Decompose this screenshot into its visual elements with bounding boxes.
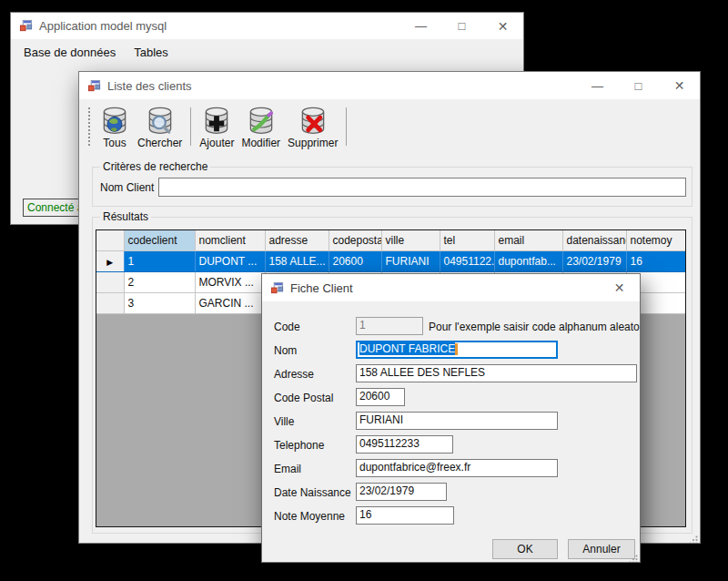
nom-input[interactable]: DUPONT FABRICE xyxy=(356,341,558,359)
winforms-app-icon xyxy=(87,79,101,93)
nom-client-search-input[interactable] xyxy=(158,178,686,197)
row-selector-cell[interactable]: ▶ xyxy=(96,250,124,271)
app-window-titlebar[interactable]: Application model mysql — □ ✕ xyxy=(11,13,523,39)
fiche-client-dialog: Fiche Client ✕ Code1Pour l'exemple saisi… xyxy=(261,273,641,563)
field-label-code: Code xyxy=(274,321,300,333)
close-icon[interactable]: ✕ xyxy=(599,274,640,301)
app-window-title: Application model mysql xyxy=(39,19,167,33)
code-hint-text: Pour l'exemple saisir code alphanum alea… xyxy=(429,321,641,333)
app-menubar: Base de donnéesTables xyxy=(11,39,523,65)
winforms-app-icon xyxy=(19,19,33,33)
resize-grip-icon[interactable] xyxy=(629,551,638,560)
selected-text: DUPONT FABRICE xyxy=(359,342,455,355)
database-globe-icon xyxy=(99,106,130,136)
grid-cell[interactable]: GARCIN ... xyxy=(195,292,265,313)
grid-corner-cell[interactable] xyxy=(96,230,124,250)
table-row[interactable]: ▶1DUPONT ...158 ALLE...20600FURIANI04951… xyxy=(96,250,686,271)
note-moyenne-input[interactable]: 16 xyxy=(356,506,454,525)
grid-column-header-ville[interactable]: ville xyxy=(381,230,440,250)
search-group-title: Critères de recherche xyxy=(100,160,210,173)
field-label-ville: Ville xyxy=(274,415,294,428)
results-group-title: Résultats xyxy=(100,210,151,223)
desktop: Application model mysql — □ ✕ Base de do… xyxy=(0,0,728,581)
winforms-app-icon xyxy=(270,281,284,295)
grid-cell[interactable]: 20600 xyxy=(329,250,381,271)
telephone-input[interactable]: 0495112233 xyxy=(356,435,453,454)
code-input[interactable]: 1 xyxy=(356,317,423,335)
row-selector-cell[interactable] xyxy=(96,271,124,292)
toolbar-button-modifier[interactable]: Modifier xyxy=(238,101,284,152)
grid-column-header-notemoy[interactable]: notemoy xyxy=(626,230,686,250)
field-label-code-postal: Code Postal xyxy=(274,392,333,404)
grid-column-header-codeclient[interactable]: codeclient xyxy=(124,230,195,250)
grid-column-header-nomclient[interactable]: nomclient xyxy=(195,230,265,250)
toolbar-button-label: Tous xyxy=(103,137,126,149)
minimize-icon[interactable]: — xyxy=(577,72,618,99)
maximize-icon[interactable]: □ xyxy=(441,13,482,39)
database-search-icon xyxy=(145,106,176,136)
grid-cell[interactable]: 23/02/1979 xyxy=(562,250,626,271)
toolbar-button-chercher[interactable]: Chercher xyxy=(134,101,186,152)
toolbar-button-label: Supprimer xyxy=(288,137,338,149)
ok-button[interactable]: OK xyxy=(492,539,558,559)
cancel-button[interactable]: Annuler xyxy=(568,539,635,559)
field-label-email: Email xyxy=(274,463,301,475)
grid-column-header-adresse[interactable]: adresse xyxy=(265,230,329,250)
toolbar-separator xyxy=(346,107,347,146)
clients-toolbar: TousChercherAjouterModifierSupprimer xyxy=(79,99,700,154)
dialog-title: Fiche Client xyxy=(290,281,353,295)
toolbar-separator xyxy=(190,107,191,146)
grid-cell[interactable]: 04951122... xyxy=(440,250,494,271)
field-label-telephone: Telephone xyxy=(274,439,324,452)
grid-column-header-codepostal[interactable]: codepostal xyxy=(329,230,381,250)
grid-cell[interactable]: 16 xyxy=(626,250,686,271)
close-icon[interactable]: ✕ xyxy=(482,13,523,39)
menu-item-base-de-donn-es[interactable]: Base de données xyxy=(15,41,125,64)
grid-header-row: codeclientnomclientadressecodepostalvill… xyxy=(96,230,686,250)
close-icon[interactable]: ✕ xyxy=(659,72,700,99)
toolbar-button-label: Ajouter xyxy=(199,137,234,149)
grid-cell[interactable]: FURIANI xyxy=(381,250,440,271)
grid-cell[interactable]: MORVIX ... xyxy=(195,271,265,292)
minimize-icon[interactable]: — xyxy=(400,13,441,39)
text-caret xyxy=(455,343,458,355)
field-label-nom: Nom xyxy=(274,344,297,357)
email-input[interactable]: dupontfabrice@freex.fr xyxy=(356,459,558,477)
dialog-titlebar[interactable]: Fiche Client ✕ xyxy=(262,274,640,301)
grid-cell[interactable]: DUPONT ... xyxy=(195,250,265,271)
row-selector-cell[interactable] xyxy=(96,292,124,313)
grid-column-header-datenaissance[interactable]: datenaissance xyxy=(562,230,626,250)
grid-cell[interactable]: dupontfab... xyxy=(494,250,562,271)
ville-input[interactable]: FURIANI xyxy=(356,412,558,430)
database-delete-icon xyxy=(298,106,329,136)
field-label-adresse: Adresse xyxy=(274,368,314,381)
maximize-icon[interactable]: □ xyxy=(618,72,659,99)
database-edit-icon xyxy=(246,106,277,136)
grid-column-header-tel[interactable]: tel xyxy=(440,230,494,250)
date-naissance-input[interactable]: 23/02/1979 xyxy=(356,483,447,501)
field-label-note-moyenne: Note Moyenne xyxy=(274,510,345,523)
grid-cell[interactable]: 158 ALLE... xyxy=(265,250,329,271)
field-label-date-naissance: Date Naissance xyxy=(274,486,351,499)
menu-item-tables[interactable]: Tables xyxy=(125,41,177,64)
grid-cell[interactable]: 3 xyxy=(124,292,195,313)
nom-client-label: Nom Client xyxy=(100,181,154,194)
toolbar-button-ajouter[interactable]: Ajouter xyxy=(196,101,238,152)
code-postal-input[interactable]: 20600 xyxy=(356,388,405,406)
toolbar-button-label: Chercher xyxy=(137,137,182,149)
list-window-titlebar[interactable]: Liste des clients — □ ✕ xyxy=(79,72,700,99)
toolbar-button-supprimer[interactable]: Supprimer xyxy=(284,101,341,152)
resize-grip-icon[interactable] xyxy=(689,532,698,541)
grid-column-header-email[interactable]: email xyxy=(494,230,562,250)
current-row-arrow-icon: ▶ xyxy=(106,258,113,267)
database-add-icon xyxy=(201,106,232,136)
toolbar-grip-handle[interactable] xyxy=(88,107,90,146)
adresse-input[interactable]: 158 ALLEE DES NEFLES xyxy=(356,364,637,382)
grid-cell[interactable]: 1 xyxy=(124,250,195,271)
grid-cell[interactable]: 2 xyxy=(124,271,195,292)
toolbar-button-label: Modifier xyxy=(241,137,280,149)
toolbar-button-tous[interactable]: Tous xyxy=(96,101,134,152)
search-criteria-groupbox: Critères de recherche Nom Client xyxy=(92,167,693,207)
list-window-title: Liste des clients xyxy=(107,79,192,93)
